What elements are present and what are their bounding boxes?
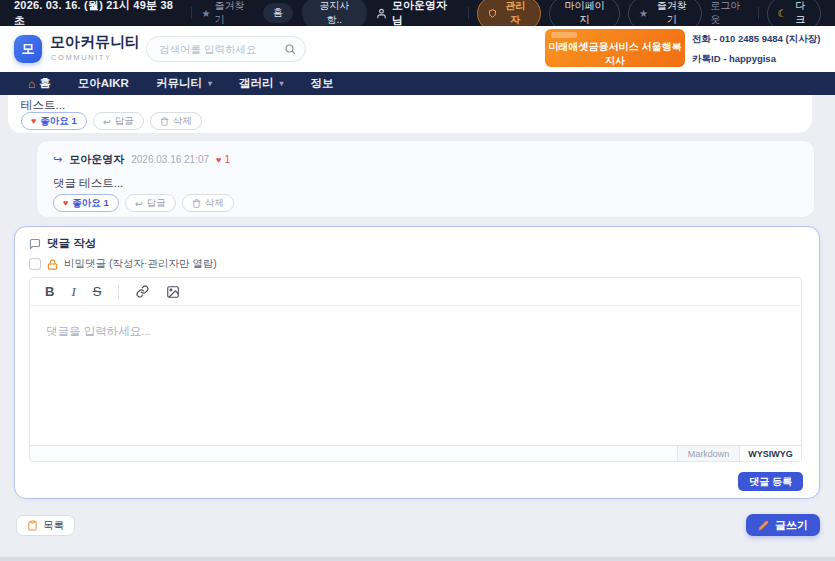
nav-item-info[interactable]: 정보 [310,76,333,91]
write-label: 글쓰기 [775,518,808,533]
ad-banner[interactable]: 미래애셋금융서비스 서울행복지사 https://cafe.naver.com/… [545,29,685,67]
editor-placeholder[interactable]: 댓글을 입력하세요... [46,324,151,339]
site-subtitle: COMMUNITY [51,53,112,62]
secret-comment-option[interactable]: 비밀댓글 (작성자·관리자만 열람) [29,257,217,271]
topbar: 2026. 03. 16. (월) 21시 49분 38초 ★ 즐겨찾기 홈 공… [0,0,835,26]
footer-strip [0,557,835,561]
contact-phone: 전화 - 010 2485 9484 (지사장) [692,33,820,46]
page-content: 테스트... ♥ 좋아요 1 ↩ 답글 삭제 [0,95,835,561]
dark-label: 다크 [791,0,810,27]
like-label: 좋아요 1 [40,115,76,128]
like-button[interactable]: ♥ 좋아요 1 [53,194,119,212]
clock-text: 2026. 03. 16. (월) 21시 49분 38초 [14,0,182,28]
main-header: 모 모아커뮤니티 COMMUNITY 미래애셋금융서비스 서울행복지사 http… [0,26,835,72]
delete-label: 삭제 [205,197,224,210]
comment-body: 테스트... [21,98,65,113]
reply-comment-card: ↪ 모아운영자 2026.03.16 21:07 ♥ 1 댓글 테스트... ♥… [36,140,815,218]
nav-label: 모아AIKR [78,76,129,91]
comment-form-title-label: 댓글 작성 [47,236,96,251]
divider [758,7,759,19]
nav-item-gallery[interactable]: 갤러리 ▾ [239,76,284,91]
comment-form-title: 댓글 작성 [29,236,96,251]
nav-item-moaaikr[interactable]: 모아AIKR [78,76,129,91]
home-icon: ⌂ [28,78,35,90]
toolbar-divider [118,285,119,299]
reply-button[interactable]: ↩ 답글 [93,112,144,130]
favorite-label: 즐겨찾기 [652,0,691,27]
heart-icon: ♥ [31,116,36,126]
lock-icon [47,259,58,270]
search-box [146,36,306,62]
comment-date: 2026.03.16 21:07 [131,154,209,165]
reply-icon: ↩ [103,116,111,127]
strikethrough-button[interactable]: S [93,285,102,298]
tab-wysiwyg[interactable]: WYSIWYG [739,446,801,461]
trash-icon [192,199,201,208]
reply-label: 답글 [115,115,134,128]
secret-label: 비밀댓글 (작성자·관리자만 열람) [64,257,217,271]
main-nav: ⌂ 홈 모아AIKR 커뮤니티 ▾ 갤러리 ▾ 정보 [0,72,835,95]
reply-comment-header: ↪ 모아운영자 2026.03.16 21:07 ♥ 1 [53,152,230,167]
comment-body: 댓글 테스트... [53,176,123,191]
user-icon [376,8,387,19]
home-quick-button[interactable]: 홈 [263,3,293,23]
delete-button[interactable]: 삭제 [182,194,234,212]
contact-kakao: 카톡ID - happygisa [692,53,820,66]
star-icon: ★ [201,8,210,19]
delete-button[interactable]: 삭제 [150,112,202,130]
chevron-down-icon: ▾ [279,79,283,88]
username-label: 모아운영자 님 [392,0,460,28]
nav-label: 커뮤니티 [156,76,202,91]
divider [191,7,192,19]
favorites-label: 즐겨찾기 [214,0,253,27]
chevron-down-icon: ▾ [208,79,212,88]
moon-icon: ☾ [778,8,787,19]
write-post-button[interactable]: 글쓰기 [746,514,820,536]
tab-markdown[interactable]: Markdown [677,446,739,461]
comment-editor: B I S 댓글을 입력하세요... [29,277,802,462]
heart-icon: ♥ [216,155,221,165]
editor-toolbar: B I S [30,278,801,306]
editor-mode-bar: Markdown WYSIWYG [30,445,801,461]
comment-actions: ♥ 좋아요 1 ↩ 답글 삭제 [21,112,202,130]
nav-item-community[interactable]: 커뮤니티 ▾ [156,76,212,91]
link-icon [136,285,149,298]
star-icon: ★ [639,8,648,19]
contact-info: 전화 - 010 2485 9484 (지사장) 카톡ID - happygis… [692,33,820,73]
admin-label: 관리자 [501,0,530,27]
like-button[interactable]: ♥ 좋아요 1 [21,112,87,130]
trash-icon [160,117,169,126]
mypage-label: 마이페이지 [560,0,609,27]
search-icon[interactable] [284,43,296,55]
comment-actions: ♥ 좋아요 1 ↩ 답글 삭제 [53,194,234,212]
link-button[interactable] [136,285,149,298]
nav-item-home[interactable]: ⌂ 홈 [28,76,51,91]
nav-label: 정보 [310,76,333,91]
image-icon [166,285,180,299]
favorites-link[interactable]: ★ 즐겨찾기 [201,0,253,27]
speech-bubble-icon [29,238,41,250]
italic-button[interactable]: I [71,285,75,298]
comment-card: 테스트... ♥ 좋아요 1 ↩ 답글 삭제 [8,95,812,133]
search-input[interactable] [159,43,284,55]
reply-label: 답글 [147,197,166,210]
bold-button[interactable]: B [45,285,54,298]
heart-icon: ♥ [63,198,68,208]
site-logo[interactable]: 모 [14,35,42,63]
shield-icon [488,9,497,18]
ad-title: 미래애셋금융서비스 서울행복지사 [545,40,685,67]
submit-comment-button[interactable]: 댓글 등록 [738,472,803,491]
image-button[interactable] [166,285,180,299]
logout-link[interactable]: 로그아웃 [710,0,749,27]
like-count-value: 1 [224,154,230,165]
secret-checkbox[interactable] [29,258,41,270]
current-user: 모아운영자 님 [376,0,460,28]
screen: 2026. 03. 16. (월) 21시 49분 38초 ★ 즐겨찾기 홈 공… [0,0,835,561]
reply-button[interactable]: ↩ 답글 [125,194,176,212]
comment-author: 모아운영자 [69,152,124,167]
ad-brand-chip [551,32,577,38]
divider [468,7,469,19]
reply-icon: ↩ [135,198,143,209]
list-button[interactable]: 목록 [16,515,75,536]
site-name[interactable]: 모아커뮤니티 [50,33,140,52]
